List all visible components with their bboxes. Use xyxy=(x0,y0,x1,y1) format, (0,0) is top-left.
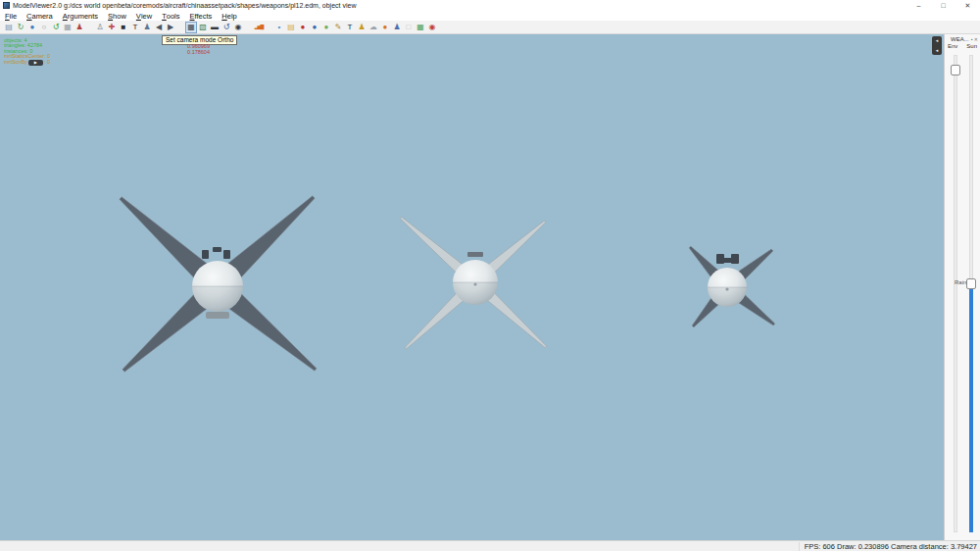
weather-panel-title: WEA... xyxy=(951,36,969,42)
stats-chart-icon[interactable]: ▂▅▇ xyxy=(253,22,265,33)
grid-table-icon[interactable]: ▦ xyxy=(415,22,426,33)
missile-model xyxy=(400,217,546,349)
ball-red-icon[interactable]: ● xyxy=(297,22,309,33)
free-camera-icon[interactable]: ○ xyxy=(38,22,50,33)
dark-box-icon[interactable]: ■ xyxy=(118,22,129,33)
figure-yellow-icon[interactable]: ♟ xyxy=(356,22,368,33)
menu-bar: FileCameraArgumentsShowViewToolsEffectsH… xyxy=(0,11,980,21)
title-bar: ModelViewer2.0 g:/dcs world openbeta/cor… xyxy=(0,0,980,11)
debug-stat-line: mrtScnBy▶: 0 xyxy=(4,60,50,65)
sun-slider-label: Sun xyxy=(966,43,977,49)
menu-item-file[interactable]: File xyxy=(0,11,22,21)
viewport-canvas[interactable]: objects: 4triangles: 42784instances: 0mr… xyxy=(0,34,980,540)
menu-item-view[interactable]: View xyxy=(131,11,157,21)
screen-icon[interactable]: ▬ xyxy=(209,22,220,33)
figure-axis-icon[interactable]: ♟ xyxy=(141,22,153,33)
reload-model-icon[interactable]: ↻ xyxy=(15,22,26,33)
ball-orange-icon[interactable]: ● xyxy=(379,22,391,33)
figure-blue-icon[interactable]: ♟ xyxy=(391,22,403,33)
menu-item-arguments[interactable]: Arguments xyxy=(58,11,103,21)
cloud-icon[interactable]: ☁ xyxy=(368,22,379,33)
walk-figure-icon[interactable]: ♙ xyxy=(94,22,106,33)
refresh-textures-icon[interactable]: ↺ xyxy=(50,22,62,33)
app-icon xyxy=(3,2,10,9)
missile-models xyxy=(0,34,933,540)
snapshot-icon[interactable]: ▦ xyxy=(62,22,74,33)
empty-box-icon[interactable]: □ xyxy=(403,22,415,33)
edit-notes-icon[interactable]: ✎ xyxy=(332,22,344,33)
menu-item-help[interactable]: Help xyxy=(217,11,241,21)
sun-slider-handle[interactable] xyxy=(966,278,976,289)
close-button[interactable]: ✕ xyxy=(956,0,980,11)
prev-view-icon[interactable]: ◀ xyxy=(153,22,165,33)
folder-icon[interactable]: ▤ xyxy=(285,22,297,33)
window-title: ModelViewer2.0 g:/dcs world openbeta/cor… xyxy=(13,2,356,9)
rotate-left-icon[interactable]: ↺ xyxy=(220,22,232,33)
pin-icon[interactable]: ▪ xyxy=(971,36,973,42)
readout-value-2: 0.178604 xyxy=(169,49,210,55)
ball-blue-icon[interactable]: ● xyxy=(309,22,320,33)
status-bar: FPS: 606 Draw: 0.230896 Camera distance:… xyxy=(0,540,980,551)
env-slider-label: Env xyxy=(948,43,957,49)
collapse-arrow-icon: ◂ xyxy=(936,48,939,53)
panel-collapse-toggle[interactable]: ◂ ◂ xyxy=(932,36,942,55)
env-slider-track[interactable] xyxy=(954,55,957,532)
status-performance-text: FPS: 606 Draw: 0.230896 Camera distance:… xyxy=(799,542,980,551)
missile-model xyxy=(120,196,317,372)
maximize-button[interactable]: □ xyxy=(931,0,956,11)
panel-close-icon[interactable]: ✕ xyxy=(974,36,978,42)
record-icon[interactable]: ◉ xyxy=(426,22,438,33)
sun-slider-fill xyxy=(969,289,973,532)
open-model-icon[interactable]: ▤ xyxy=(3,22,15,33)
exit-figure-icon[interactable]: ♟ xyxy=(74,22,85,33)
dot-blue-icon[interactable]: • xyxy=(273,22,285,33)
rain-label: Rain xyxy=(955,279,966,285)
menu-item-camera[interactable]: Camera xyxy=(22,11,58,21)
missile-model xyxy=(689,246,775,327)
camera-readout: 0.960969 0.178604 xyxy=(169,43,210,55)
menu-item-effects[interactable]: Effects xyxy=(185,11,218,21)
menu-item-show[interactable]: Show xyxy=(103,11,131,21)
weather-panel: WEA... ▪ ✕ Env Sun Rain xyxy=(944,34,980,540)
black-tee-icon[interactable]: T xyxy=(344,22,356,33)
next-view-icon[interactable]: ▶ xyxy=(165,22,176,33)
minimize-button[interactable]: – xyxy=(906,0,931,11)
env-slider-handle[interactable] xyxy=(951,65,960,75)
debug-overlay: objects: 4triangles: 42784instances: 0mr… xyxy=(4,38,50,65)
ortho-camera-icon[interactable]: ▦ xyxy=(185,22,197,33)
menu-item-tools[interactable]: Tools xyxy=(157,11,184,21)
orbit-camera-icon[interactable]: ● xyxy=(26,22,38,33)
toolbar: ▤↻●○↺▦♟♙✚■T♟◀▶▦▧▬↺◉▂▅▇•▤●●●✎T♟☁●♟□▦◉ xyxy=(0,21,980,34)
collapse-arrow-icon: ◂ xyxy=(936,38,939,43)
play-button[interactable]: ▶ xyxy=(28,60,43,66)
add-position-icon[interactable]: ✚ xyxy=(106,22,118,33)
globe-icon[interactable]: ◉ xyxy=(232,22,244,33)
window-controls: – □ ✕ xyxy=(906,0,980,11)
tripod-icon[interactable]: T xyxy=(129,22,141,33)
ball-green-icon[interactable]: ● xyxy=(320,22,332,33)
scene-green-icon[interactable]: ▧ xyxy=(197,22,209,33)
